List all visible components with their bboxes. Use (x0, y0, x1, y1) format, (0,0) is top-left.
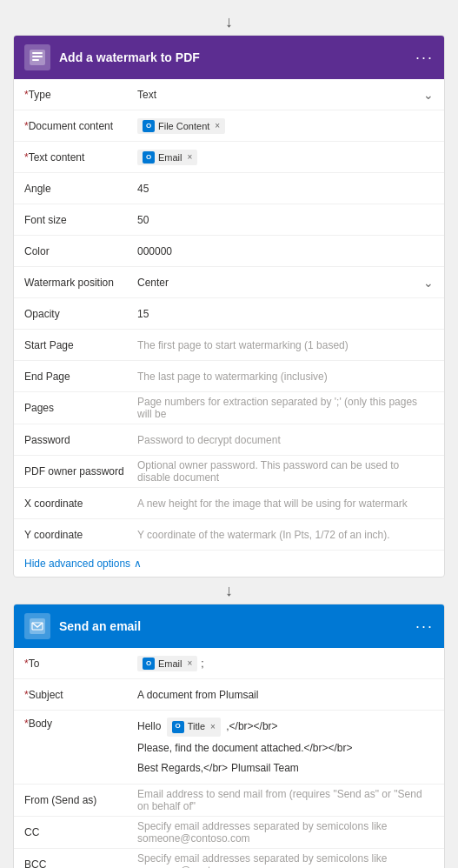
field-opacity-value[interactable]: 15 (137, 308, 434, 320)
field-bcc-label: BCC (24, 858, 137, 868)
email-card-title: Send an email (59, 619, 415, 633)
watermark-card-title: Add a watermark to PDF (59, 50, 415, 64)
title-tag[interactable]: O Title × (167, 718, 221, 737)
email-tag[interactable]: O Email × (137, 150, 197, 165)
watermark-card-body: *Type Text ⌄ *Document content O File Co… (14, 79, 444, 577)
position-dropdown-arrow[interactable]: ⌄ (423, 276, 434, 290)
field-watermark-position-label: Watermark position (24, 277, 137, 289)
field-password-label: Password (24, 434, 137, 446)
to-email-tag[interactable]: O Email × (137, 656, 197, 671)
field-color-value[interactable]: 000000 (137, 245, 434, 257)
field-start-page-value[interactable]: The first page to start watermarking (1 … (137, 339, 434, 351)
field-to-value[interactable]: O Email × ; (137, 656, 434, 671)
file-content-tag[interactable]: O File Content × (137, 118, 225, 134)
email-card: Send an email ··· *To O Email × ; *Subje… (13, 604, 445, 868)
field-cc: CC Specify email addresses separated by … (14, 817, 444, 849)
watermark-card: Add a watermark to PDF ··· *Type Text ⌄ … (13, 35, 445, 578)
field-subject-label: *Subject (24, 689, 137, 701)
watermark-header-icon (24, 44, 50, 70)
field-to: *To O Email × ; (14, 648, 444, 679)
field-angle-label: Angle (24, 183, 137, 195)
email-header-icon (24, 613, 50, 639)
field-text-content-value[interactable]: O Email × (137, 150, 434, 165)
email-card-body: *To O Email × ; *Subject A document from… (14, 648, 444, 868)
field-color-label: Color (24, 245, 137, 257)
field-end-page-value[interactable]: The last page to watermarking (inclusive… (137, 371, 434, 383)
field-pages-value[interactable]: Page numbers for extraction separated by… (137, 396, 434, 420)
field-font-size-label: Font size (24, 214, 137, 226)
email-tag-icon: O (143, 151, 155, 164)
to-email-tag-close[interactable]: × (188, 658, 193, 668)
field-opacity: Opacity 15 (14, 298, 444, 330)
watermark-card-header[interactable]: Add a watermark to PDF ··· (14, 36, 444, 79)
email-card-header[interactable]: Send an email ··· (14, 604, 444, 648)
field-cc-value[interactable]: Specify email addresses separated by sem… (137, 820, 434, 845)
body-line-2: Please, find the document attached.</br>… (137, 740, 353, 757)
field-document-content-value[interactable]: O File Content × (137, 118, 434, 134)
arrow-2: ↓ (225, 578, 233, 604)
field-from: From (Send as) Email address to send mai… (14, 785, 444, 817)
file-content-tag-close[interactable]: × (215, 121, 220, 130)
field-body-value[interactable]: Hello O Title × ,</br></br> Please, find… (137, 718, 434, 777)
field-document-content: *Document content O File Content × (14, 110, 444, 142)
field-color: Color 000000 (14, 236, 444, 267)
field-from-label: From (Send as) (24, 794, 137, 806)
email-tag-close[interactable]: × (188, 152, 193, 162)
email-card-menu[interactable]: ··· (415, 618, 434, 636)
watermark-card-menu[interactable]: ··· (415, 49, 434, 67)
field-body-label: *Body (24, 718, 137, 730)
field-pdf-owner-password-label: PDF owner password (24, 465, 137, 477)
field-pages: Pages Page numbers for extraction separa… (14, 392, 444, 424)
watermark-advanced-options-label: Hide advanced options (24, 558, 130, 570)
body-line-1: Hello O Title × ,</br></br> (137, 718, 278, 737)
field-x-coordinate: X coordinate A new height for the image … (14, 488, 444, 519)
field-start-page: Start Page The first page to start water… (14, 330, 444, 361)
field-font-size: Font size 50 (14, 204, 444, 236)
file-content-tag-icon: O (143, 120, 155, 132)
body-line-3: Best Regards,</br> (137, 760, 228, 777)
field-subject-value[interactable]: A document from Plumsail (137, 689, 434, 701)
field-from-value[interactable]: Email address to send mail from (require… (137, 788, 434, 812)
field-pdf-owner-password-value[interactable]: Optional owner password. This password c… (137, 459, 434, 484)
field-password: Password Password to decrypt document (14, 424, 444, 456)
field-font-size-value[interactable]: 50 (137, 214, 434, 226)
field-y-coordinate-label: Y coordinate (24, 529, 137, 541)
field-pages-label: Pages (24, 402, 137, 414)
subject-text: A document from Plumsail (137, 689, 258, 701)
field-y-coordinate: Y coordinate Y coordinate of the waterma… (14, 519, 444, 551)
field-subject: *Subject A document from Plumsail (14, 679, 444, 711)
field-password-value[interactable]: Password to decrypt document (137, 434, 434, 446)
field-angle: Angle 45 (14, 173, 444, 204)
field-bcc-value[interactable]: Specify email addresses separated by sem… (137, 852, 434, 868)
field-pdf-owner-password: PDF owner password Optional owner passwo… (14, 456, 444, 488)
field-body: *Body Hello O Title × ,</br></br> Please… (14, 711, 444, 785)
field-end-page: End Page The last page to watermarking (… (14, 361, 444, 392)
title-tag-label: Title (188, 719, 205, 735)
file-content-tag-label: File Content (158, 121, 209, 131)
field-watermark-position-value[interactable]: Center ⌄ (137, 276, 434, 290)
title-tag-close[interactable]: × (210, 720, 216, 734)
arrow-1: ↓ (225, 9, 233, 35)
svg-rect-2 (32, 56, 43, 57)
field-type-value[interactable]: Text ⌄ (137, 88, 434, 102)
field-bcc: BCC Specify email addresses separated by… (14, 849, 444, 868)
watermark-advanced-options[interactable]: Hide advanced options ∧ (14, 551, 444, 577)
watermark-advanced-options-chevron: ∧ (134, 558, 142, 570)
field-angle-value[interactable]: 45 (137, 183, 434, 195)
field-opacity-label: Opacity (24, 308, 137, 320)
field-text-content-label: *Text content (24, 151, 137, 164)
field-x-coordinate-value[interactable]: A new height for the image that will be … (137, 497, 434, 510)
to-email-tag-label: Email (158, 658, 183, 669)
field-text-content: *Text content O Email × (14, 142, 444, 173)
field-type-label: *Type (24, 89, 137, 101)
field-document-content-label: *Document content (24, 120, 137, 132)
field-start-page-label: Start Page (24, 339, 137, 351)
field-x-coordinate-label: X coordinate (24, 497, 137, 510)
field-y-coordinate-value[interactable]: Y coordinate of the watermark (In Pts, 1… (137, 529, 434, 541)
field-cc-label: CC (24, 826, 137, 838)
svg-rect-3 (32, 59, 39, 61)
to-email-tag-icon: O (143, 658, 155, 670)
type-dropdown-arrow[interactable]: ⌄ (423, 88, 434, 102)
svg-rect-1 (32, 52, 43, 54)
title-tag-icon: O (172, 721, 184, 733)
